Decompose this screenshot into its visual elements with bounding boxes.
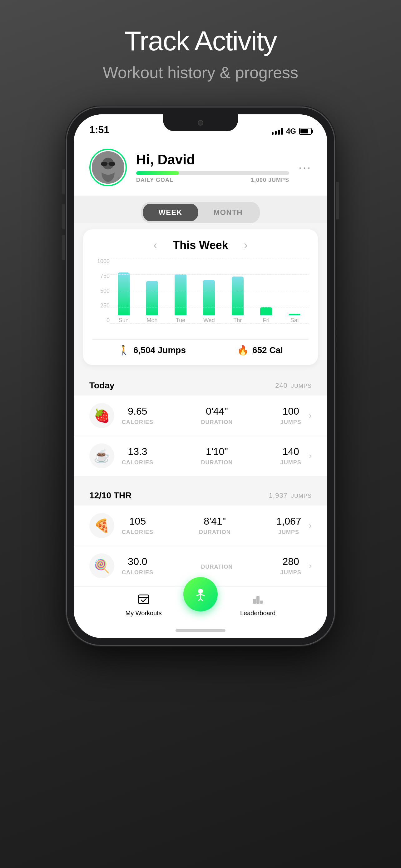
chart-prev-button[interactable]: ‹ bbox=[150, 239, 160, 252]
signal-icon bbox=[272, 128, 283, 135]
avatar bbox=[89, 149, 127, 186]
y-label-1000: 1000 bbox=[93, 258, 110, 265]
profile-info: Hi, David DAILY GOAL 1,000 JUMPS bbox=[136, 152, 289, 183]
page-title: Track Activity bbox=[124, 25, 276, 57]
jumps-icon: 🚶 bbox=[118, 345, 130, 355]
chart-header: ‹ This Week › bbox=[93, 239, 308, 252]
thu-emoji-1: 🍕 bbox=[89, 513, 114, 538]
thu-stats-2: 30.0 CALORIES DURATION 280 JUMPS bbox=[122, 556, 301, 576]
leaderboard-label: Leaderboard bbox=[240, 610, 275, 617]
chart-next-button[interactable]: › bbox=[241, 239, 251, 252]
bottom-nav: My Workouts bbox=[74, 586, 327, 626]
thu-chevron-1: › bbox=[309, 521, 312, 531]
svg-rect-5 bbox=[139, 595, 149, 604]
status-icons: 4G bbox=[272, 127, 312, 135]
page-subtitle: Workout history & progress bbox=[103, 63, 298, 82]
svg-rect-14 bbox=[257, 596, 260, 604]
svg-rect-3 bbox=[109, 162, 115, 165]
thu-dur-2: DURATION bbox=[201, 562, 233, 570]
nav-workouts[interactable]: My Workouts bbox=[126, 591, 162, 617]
chart-stat-cal: 🔥 652 Cal bbox=[237, 345, 283, 355]
home-indicator bbox=[74, 626, 327, 638]
avatar-inner bbox=[92, 151, 124, 184]
thu-section: 12/10 THR 1,937 JUMPS 🍕 105 CALORIES bbox=[74, 481, 327, 586]
tab-switcher: WEEK MONTH bbox=[74, 195, 327, 223]
svg-line-10 bbox=[201, 594, 204, 595]
cal-total: 652 Cal bbox=[252, 345, 283, 355]
thu-jumps: 1,937 JUMPS bbox=[269, 492, 312, 500]
battery-icon bbox=[299, 128, 312, 135]
chart-section: ‹ This Week › 0 250 500 750 1000 bbox=[74, 223, 327, 371]
today-workout-2[interactable]: ☕ 13.3 CALORIES 1'10" DURATION 140 JUMPS bbox=[74, 436, 327, 476]
thu-jumps-1: 1,067 JUMPS bbox=[276, 516, 301, 535]
today-jumps: 240 JUMPS bbox=[275, 381, 312, 390]
chart-card: ‹ This Week › 0 250 500 750 1000 bbox=[83, 229, 318, 365]
stat-cal-1: 9.65 CALORIES bbox=[122, 406, 153, 426]
thu-label: 12/10 THR bbox=[89, 491, 132, 501]
workout-stats-2: 13.3 CALORIES 1'10" DURATION 140 JUMPS bbox=[122, 446, 301, 466]
chart-footer: 🚶 6,504 Jumps 🔥 652 Cal bbox=[93, 339, 308, 355]
thu-stats-1: 105 CALORIES 8'41" DURATION 1,067 JUMPS bbox=[122, 516, 301, 535]
cal-icon: 🔥 bbox=[237, 345, 248, 355]
thu-jumps-2: 280 JUMPS bbox=[280, 556, 301, 576]
svg-rect-2 bbox=[101, 162, 107, 165]
home-bar bbox=[175, 629, 226, 632]
goal-label: DAILY GOAL bbox=[136, 177, 173, 183]
svg-rect-15 bbox=[260, 600, 263, 604]
svg-point-7 bbox=[198, 589, 203, 594]
grid-lines bbox=[110, 258, 308, 324]
goal-labels: DAILY GOAL 1,000 JUMPS bbox=[136, 177, 289, 183]
thu-cal-2: 30.0 CALORIES bbox=[122, 556, 153, 576]
chart-body: 0 250 500 750 1000 bbox=[93, 258, 308, 333]
phone-screen: 1:51 4G bbox=[74, 114, 327, 638]
camera bbox=[198, 120, 203, 126]
phone-shell: 1:51 4G bbox=[66, 107, 335, 646]
profile-section: Hi, David DAILY GOAL 1,000 JUMPS ··· bbox=[74, 140, 327, 195]
thu-header: 12/10 THR 1,937 JUMPS bbox=[74, 481, 327, 505]
greeting: Hi, David bbox=[136, 152, 289, 167]
workouts-label: My Workouts bbox=[126, 610, 162, 617]
thu-workout-1[interactable]: 🍕 105 CALORIES 8'41" DURATION 1,067 JUM bbox=[74, 505, 327, 546]
svg-line-12 bbox=[201, 599, 202, 600]
leaderboard-icon bbox=[250, 591, 266, 607]
y-axis: 0 250 500 750 1000 bbox=[93, 258, 110, 333]
workout-stats-1: 9.65 CALORIES 0'44" DURATION 100 JUMPS bbox=[122, 406, 301, 426]
phone-wrapper: 1:51 4G bbox=[66, 107, 335, 646]
stat-dur-1: 0'44" DURATION bbox=[201, 406, 233, 426]
y-label-0: 0 bbox=[93, 317, 110, 324]
goal-value: 1,000 JUMPS bbox=[251, 177, 289, 183]
workouts-icon bbox=[136, 591, 152, 607]
network-label: 4G bbox=[286, 127, 296, 135]
stat-jumps-1: 100 JUMPS bbox=[280, 406, 301, 426]
workout-emoji-1: 🍓 bbox=[89, 403, 114, 428]
progress-bar bbox=[136, 171, 289, 175]
thu-chevron-2: › bbox=[309, 561, 312, 571]
tab-month[interactable]: MONTH bbox=[198, 204, 258, 221]
chart-stat-jumps: 🚶 6,504 Jumps bbox=[118, 345, 186, 355]
stat-jumps-2: 140 JUMPS bbox=[280, 446, 301, 466]
stat-dur-2: 1'10" DURATION bbox=[201, 446, 233, 466]
svg-rect-13 bbox=[253, 599, 256, 604]
status-time: 1:51 bbox=[89, 124, 109, 135]
thu-cal-1: 105 CALORIES bbox=[122, 516, 153, 535]
y-label-750: 750 bbox=[93, 273, 110, 279]
tab-week[interactable]: WEEK bbox=[143, 204, 198, 221]
y-label-500: 500 bbox=[93, 288, 110, 294]
more-button[interactable]: ··· bbox=[299, 162, 312, 173]
progress-fill bbox=[136, 171, 179, 175]
fab-button[interactable] bbox=[183, 577, 218, 612]
nav-leaderboard[interactable]: Leaderboard bbox=[240, 591, 275, 617]
thu-emoji-2: 🍭 bbox=[89, 553, 114, 578]
chart-title: This Week bbox=[173, 239, 228, 252]
bars-area: Sun Mon bbox=[110, 258, 308, 333]
tab-container: WEEK MONTH bbox=[141, 202, 260, 223]
jumps-total: 6,504 Jumps bbox=[133, 345, 186, 355]
today-label: Today bbox=[89, 380, 114, 391]
today-workout-1[interactable]: 🍓 9.65 CALORIES 0'44" DURATION 100 JUMP bbox=[74, 396, 327, 436]
stat-cal-2: 13.3 CALORIES bbox=[122, 446, 153, 466]
chevron-right-1: › bbox=[309, 410, 312, 421]
thu-dur-1: 8'41" DURATION bbox=[199, 516, 231, 535]
workout-emoji-2: ☕ bbox=[89, 443, 114, 468]
svg-line-9 bbox=[197, 594, 201, 595]
chevron-right-2: › bbox=[309, 451, 312, 461]
